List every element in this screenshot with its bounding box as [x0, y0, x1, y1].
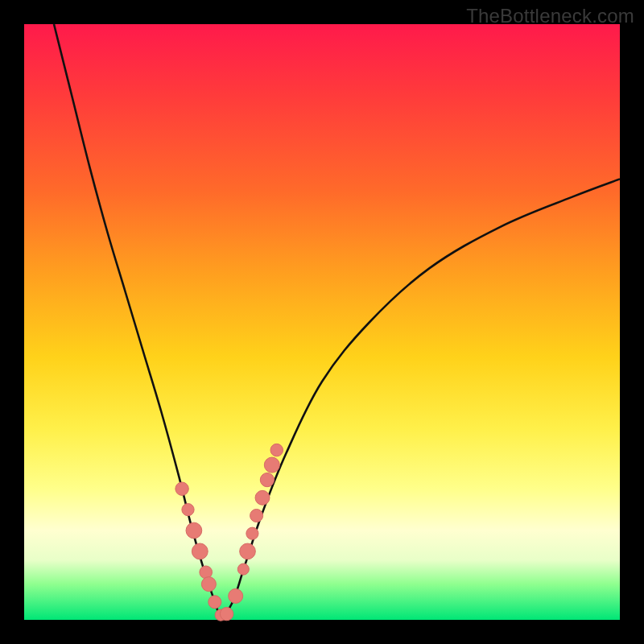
- marker-dot: [175, 482, 188, 495]
- marker-dot: [208, 596, 221, 609]
- right-branch-path: [221, 179, 620, 620]
- chart-frame: TheBottleneck.com: [0, 0, 644, 644]
- marker-dot: [237, 564, 249, 575]
- marker-dot: [255, 490, 270, 505]
- marker-dot: [192, 543, 208, 559]
- marker-dot: [201, 577, 216, 592]
- right-branch-curve: [221, 179, 620, 620]
- marker-dot: [186, 522, 202, 539]
- marker-dot: [260, 473, 274, 486]
- marker-dot: [182, 503, 194, 515]
- plot-area: [24, 24, 620, 620]
- marker-dot: [264, 457, 279, 473]
- marker-dot: [250, 509, 263, 522]
- marker-dot: [270, 444, 283, 456]
- marker-group: [175, 444, 283, 621]
- marker-dot: [246, 527, 258, 539]
- marker-dot: [240, 543, 256, 559]
- marker-dot: [229, 588, 243, 603]
- curve-layer: [24, 24, 620, 620]
- marker-dot: [220, 607, 233, 620]
